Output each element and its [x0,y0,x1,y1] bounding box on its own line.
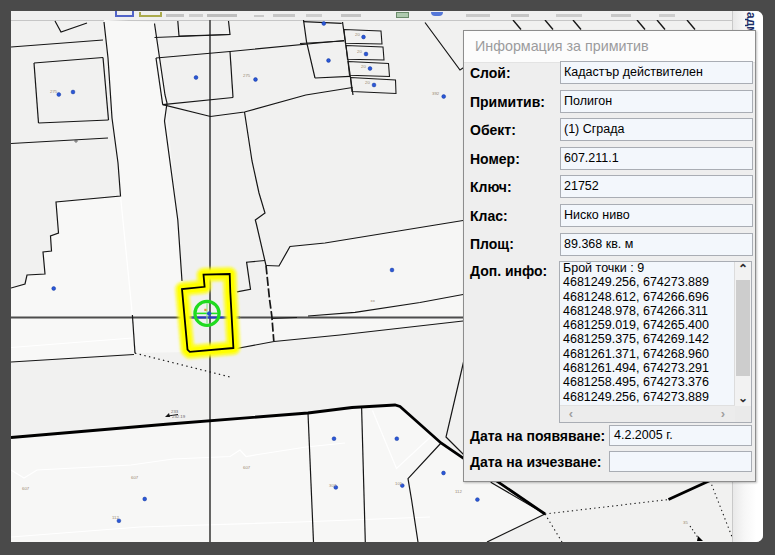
svg-text:275: 275 [243,73,251,78]
svg-text:607: 607 [243,465,251,470]
svg-text:101: 101 [395,481,403,486]
svg-text:392: 392 [432,91,440,96]
svg-text:275: 275 [50,89,58,94]
svg-text:20: 20 [355,32,360,37]
svg-text:112: 112 [455,489,462,494]
svg-text:232.19: 232.19 [172,414,186,419]
svg-text:35: 35 [683,520,688,525]
svg-text:20: 20 [361,64,366,69]
svg-text:233: 233 [171,409,179,414]
svg-text:607: 607 [131,475,139,480]
svg-text:112: 112 [112,515,119,520]
svg-text:607: 607 [22,486,30,491]
svg-text:307: 307 [329,483,337,488]
svg-text:20: 20 [357,49,362,54]
svg-text:20: 20 [365,80,370,85]
